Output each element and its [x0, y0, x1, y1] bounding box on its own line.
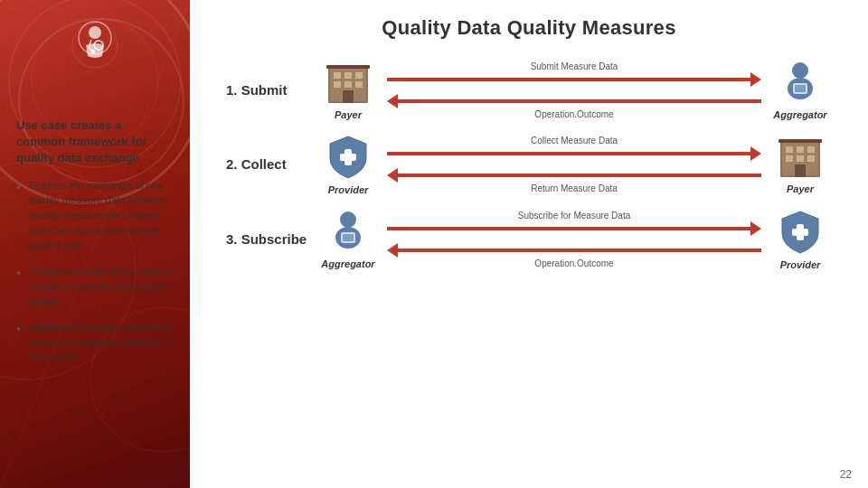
step-1-row: 1. Submit Payer	[226, 60, 832, 120]
page-number: 22	[840, 468, 852, 481]
provider-icon-collect: Provider	[316, 133, 380, 195]
svg-rect-20	[326, 65, 370, 69]
subscribe-bwd-line	[387, 244, 761, 257]
svg-rect-30	[797, 146, 804, 153]
provider-label-subscribe: Provider	[780, 259, 821, 270]
person-svg-submit	[778, 60, 823, 107]
submit-fwd-arrow: Submit Measure Data	[387, 61, 761, 86]
flow-diagram: 1. Submit Payer	[217, 60, 841, 270]
payer-icon-collect: Payer	[769, 134, 832, 194]
aggregator-icon-submit: Aggregator	[769, 60, 832, 120]
svg-rect-24	[795, 85, 806, 92]
svg-rect-32	[786, 155, 793, 162]
svg-point-21	[792, 62, 808, 79]
provider-icon-subscribe: Provider	[769, 208, 832, 270]
bullet-3: Additional Scenarios underway to expand …	[16, 320, 174, 365]
collect-bwd-arrow: Return Measure Data	[387, 169, 761, 193]
left-text-panel: Use case creates a common framework for …	[0, 0, 190, 488]
step-2-label: 2. Collect	[226, 156, 316, 172]
subscribe-fwd-label: Subscribe for Measure Data	[518, 211, 631, 221]
svg-rect-40	[343, 234, 354, 241]
svg-rect-13	[334, 72, 341, 79]
subscribe-bwd-label: Operation.Outcome	[534, 258, 613, 268]
step-1-label: 1. Submit	[226, 82, 316, 98]
framework-title: Use case creates a common framework for …	[16, 117, 174, 167]
svg-rect-18	[355, 81, 363, 88]
shield-svg-subscribe	[777, 208, 824, 257]
svg-rect-31	[807, 146, 815, 153]
collect-fwd-line	[387, 147, 761, 160]
person-svg-subscribe	[326, 209, 371, 256]
svg-rect-35	[795, 164, 806, 177]
subscribe-bwd-arrow: Operation.Outcome	[387, 244, 761, 268]
building-svg-submit	[325, 60, 372, 107]
submit-fwd-label: Submit Measure Data	[531, 61, 618, 71]
page-title: Quality Data Quality Measures	[217, 16, 841, 40]
collect-bwd-line	[387, 169, 761, 182]
svg-rect-16	[334, 81, 341, 88]
svg-rect-19	[343, 90, 354, 103]
subscribe-fwd-arrow: Subscribe for Measure Data	[387, 211, 761, 235]
svg-rect-29	[786, 146, 793, 153]
payer-label-collect: Payer	[787, 183, 814, 194]
payer-label-submit: Payer	[335, 109, 362, 120]
submit-arrows: Submit Measure Data Operation.Outcome	[380, 61, 769, 119]
submit-bwd-line	[387, 95, 761, 108]
svg-rect-17	[344, 81, 352, 88]
step-3-row: 3. Subscribe Aggregator Subscribe for Me…	[226, 208, 832, 270]
svg-point-37	[340, 211, 356, 228]
collect-fwd-arrow: Collect Measure Data	[387, 136, 761, 160]
aggregator-icon-subscribe: Aggregator	[316, 209, 380, 269]
collect-fwd-label: Collect Measure Data	[531, 136, 618, 145]
svg-rect-34	[807, 155, 815, 162]
submit-bwd-label: Operation.Outcome	[534, 109, 613, 119]
svg-rect-33	[797, 155, 804, 162]
collect-bwd-label: Return Measure Data	[531, 183, 618, 193]
submit-bwd-arrow: Operation.Outcome	[387, 95, 761, 119]
submit-fwd-line	[387, 73, 761, 86]
building-svg-collect	[777, 134, 824, 181]
subscribe-arrows: Subscribe for Measure Data Operation.Out…	[380, 211, 769, 268]
svg-rect-36	[778, 139, 822, 143]
svg-rect-15	[355, 72, 363, 79]
provider-label-collect: Provider	[328, 184, 369, 195]
main-content: Quality Data Quality Measures 1. Submit	[190, 0, 868, 488]
aggregator-label-submit: Aggregator	[773, 109, 826, 120]
step-2-row: 2. Collect Provider Collect Measure Data	[226, 133, 832, 195]
shield-svg-collect	[325, 133, 372, 182]
step-3-label: 3. Subscribe	[226, 231, 316, 247]
svg-rect-26	[340, 154, 356, 161]
subscribe-fwd-line	[387, 222, 761, 235]
bullet-1: Enables the exchange of raw quality meas…	[16, 178, 174, 253]
svg-rect-42	[792, 229, 808, 236]
bullet-2: Timely exchange of key data is critical …	[16, 264, 174, 309]
payer-icon-submit: Payer	[316, 60, 380, 120]
svg-rect-14	[344, 72, 352, 79]
aggregator-label-subscribe: Aggregator	[321, 258, 374, 269]
collect-arrows: Collect Measure Data Return Measure Data	[380, 136, 769, 193]
